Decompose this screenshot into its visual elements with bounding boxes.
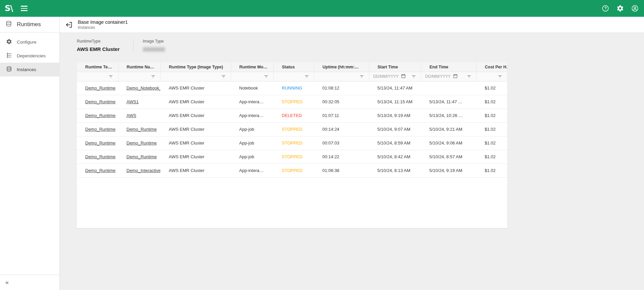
table-row: Demo_RuntimeDemo_InteractiveAWS EMR Clus… bbox=[77, 164, 507, 177]
start-time-cell: 5/10/24, 8:42 AM bbox=[369, 150, 421, 164]
runtime-template-link[interactable]: Demo_Runtime bbox=[85, 154, 115, 159]
col-header-runtime-template[interactable]: Runtime Te… bbox=[77, 62, 118, 72]
instances-table-body: Demo_RuntimeDemo_Notebook_AWS EMR Cluste… bbox=[77, 81, 507, 177]
filter-icon[interactable] bbox=[359, 74, 364, 79]
runtime-name-cell: AWS1 bbox=[118, 95, 160, 109]
filter-icon[interactable] bbox=[304, 74, 309, 79]
col-header-runtime-mode[interactable]: Runtime Mo… bbox=[231, 62, 273, 72]
runtime-type-cell: AWS EMR Cluster bbox=[160, 81, 231, 95]
runtime-name-link[interactable]: Demo_Runtime bbox=[126, 127, 157, 132]
instances-table-card: Runtime Te… Runtime Na… Runtime Type (Im… bbox=[77, 62, 507, 228]
calendar-icon[interactable] bbox=[453, 73, 458, 79]
end-time-cell bbox=[421, 81, 476, 95]
start-time-cell: 5/10/24, 8:13 AM bbox=[369, 164, 421, 177]
runtime-name-link[interactable]: Demo_Interactive bbox=[126, 168, 160, 173]
page-subtitle: Instances bbox=[78, 25, 128, 30]
col-header-uptime[interactable]: Uptime (hh:mm:… bbox=[314, 62, 369, 72]
status-cell: RUNNING bbox=[273, 81, 314, 95]
sidebar-item-dependencies[interactable]: Dependencies bbox=[0, 49, 59, 63]
app-logo: S\ bbox=[5, 4, 13, 13]
col-header-start-time[interactable]: Start Time bbox=[369, 62, 421, 72]
uptime-cell: 00:14:24 bbox=[314, 122, 369, 136]
cost-cell: $1.02 bbox=[476, 81, 507, 95]
filter-icon[interactable] bbox=[221, 74, 226, 79]
cost-cell: $1.02 bbox=[476, 164, 507, 177]
uptime-cell: 01:06:38 bbox=[314, 164, 369, 177]
topbar: S\ bbox=[0, 0, 644, 17]
end-time-cell: 5/13/24, 10:26 … bbox=[421, 109, 476, 122]
filter-icon[interactable] bbox=[411, 74, 416, 79]
runtime-template-link[interactable]: Demo_Runtime bbox=[85, 168, 115, 173]
filter-icon[interactable] bbox=[497, 74, 502, 79]
runtime-name-link[interactable]: AWS bbox=[126, 113, 136, 118]
runtime-template-cell: Demo_Runtime bbox=[77, 81, 118, 95]
status-cell: STOPPED bbox=[273, 122, 314, 136]
image-type-group: Image Type bbox=[133, 39, 178, 52]
runtime-name-link[interactable]: Demo_Runtime bbox=[126, 140, 157, 146]
runtime-template-link[interactable]: Demo_Runtime bbox=[85, 127, 115, 132]
runtime-template-link[interactable]: Demo_Runtime bbox=[85, 140, 115, 146]
col-header-cost[interactable]: Cost Per H… bbox=[476, 62, 507, 72]
cost-cell: $1.02 bbox=[476, 122, 507, 136]
status-cell: STOPPED bbox=[273, 150, 314, 164]
end-time-cell: 5/10/24, 9:21 AM bbox=[421, 122, 476, 136]
start-time-cell: 5/13/24, 11:15 AM bbox=[369, 95, 421, 109]
col-header-runtime-type[interactable]: Runtime Type (Image Type) bbox=[160, 62, 231, 72]
col-header-status[interactable]: Status bbox=[273, 62, 314, 72]
filter-icon[interactable] bbox=[108, 74, 113, 79]
runtime-template-cell: Demo_Runtime bbox=[77, 122, 118, 136]
account-icon[interactable] bbox=[631, 5, 639, 12]
table-filter-row: DD/MM/YYYY DD/MM/YYYY bbox=[77, 72, 507, 81]
end-time-date-filter[interactable]: DD/MM/YYYY bbox=[425, 73, 458, 79]
sidebar-item-label: Dependencies bbox=[17, 53, 46, 58]
runtime-template-link[interactable]: Demo_Runtime bbox=[85, 113, 115, 118]
runtime-template-link[interactable]: Demo_Runtime bbox=[85, 99, 115, 104]
runtime-type-label: RuntimeType bbox=[77, 39, 120, 44]
sidebar-footer: « bbox=[0, 275, 59, 290]
end-time-cell: 5/10/24, 9:19 AM bbox=[421, 164, 476, 177]
filter-icon[interactable] bbox=[264, 74, 269, 79]
runtime-name-cell: Demo_Notebook_ bbox=[118, 81, 160, 95]
filter-icon[interactable] bbox=[467, 74, 472, 79]
uptime-cell: 00:14:22 bbox=[314, 150, 369, 164]
instances-table: Runtime Te… Runtime Na… Runtime Type (Im… bbox=[77, 62, 507, 178]
runtime-name-link[interactable]: Demo_Notebook_ bbox=[126, 85, 160, 91]
image-type-value-redacted bbox=[143, 47, 165, 52]
hamburger-menu-icon[interactable] bbox=[21, 6, 28, 11]
filter-icon[interactable] bbox=[151, 74, 156, 79]
uptime-cell: 00:07:03 bbox=[314, 136, 369, 150]
runtime-name-link[interactable]: AWS1 bbox=[126, 99, 139, 104]
sidebar-title: Runtimes bbox=[0, 17, 59, 33]
back-icon[interactable] bbox=[65, 21, 73, 29]
start-time-cell: 5/10/24, 9:07 AM bbox=[369, 122, 421, 136]
runtime-mode-cell: App-intera… bbox=[231, 164, 273, 177]
start-time-cell: 5/10/24, 8:59 AM bbox=[369, 136, 421, 150]
cost-cell: $1.02 bbox=[476, 95, 507, 109]
help-icon[interactable] bbox=[602, 5, 609, 12]
sidebar-title-label: Runtimes bbox=[17, 21, 41, 28]
runtime-mode-cell: App-intera… bbox=[231, 109, 273, 122]
runtime-name-link[interactable]: Demo_Runtime bbox=[126, 154, 157, 159]
settings-gear-icon[interactable] bbox=[616, 5, 624, 12]
col-header-end-time[interactable]: End Time bbox=[421, 62, 476, 72]
table-row: Demo_RuntimeDemo_RuntimeAWS EMR ClusterA… bbox=[77, 136, 507, 150]
runtime-name-cell: Demo_Runtime bbox=[118, 136, 160, 150]
sidebar-item-configure[interactable]: Configure bbox=[0, 35, 59, 49]
runtime-template-link[interactable]: Demo_Runtime bbox=[85, 85, 115, 91]
runtime-details: RuntimeType AWS EMR Cluster Image Type bbox=[77, 39, 178, 52]
start-time-date-filter[interactable]: DD/MM/YYYY bbox=[373, 73, 406, 79]
calendar-icon[interactable] bbox=[401, 73, 406, 79]
sidebar-collapse-icon[interactable]: « bbox=[5, 279, 8, 286]
image-type-label: Image Type bbox=[143, 39, 165, 44]
runtime-name-cell: AWS bbox=[118, 109, 160, 122]
runtime-type-cell: AWS EMR Cluster bbox=[160, 109, 231, 122]
runtime-type-cell: AWS EMR Cluster bbox=[160, 136, 231, 150]
table-row: Demo_RuntimeAWSAWS EMR ClusterApp-intera… bbox=[77, 109, 507, 122]
col-header-runtime-name[interactable]: Runtime Na… bbox=[118, 62, 160, 72]
sidebar-item-label: Configure bbox=[17, 40, 37, 45]
runtime-mode-cell: Notebook bbox=[231, 81, 273, 95]
runtime-mode-cell: App-job bbox=[231, 122, 273, 136]
sidebar-item-instances[interactable]: Instances bbox=[0, 63, 59, 76]
start-time-cell: 5/13/24, 9:19 AM bbox=[369, 109, 421, 122]
runtimes-icon bbox=[5, 20, 12, 29]
